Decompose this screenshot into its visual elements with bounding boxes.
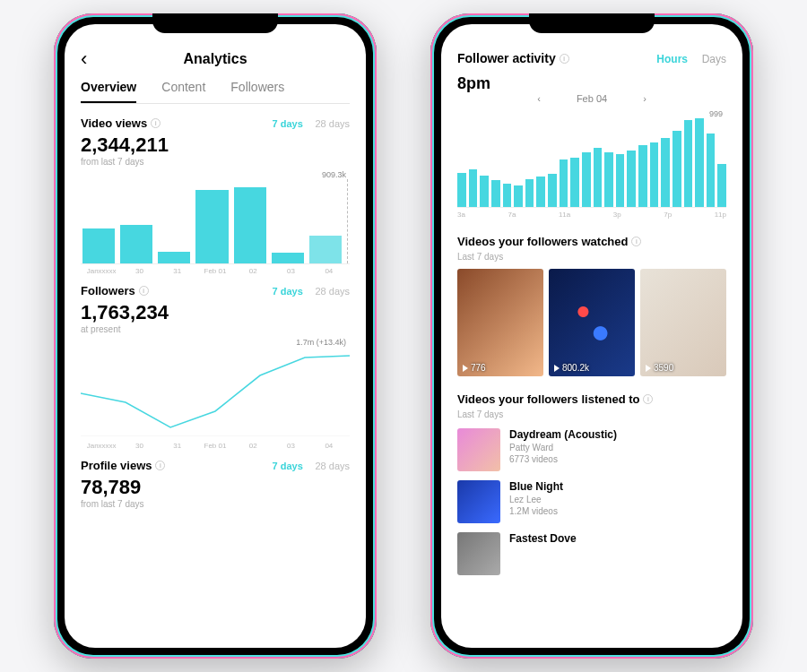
info-icon[interactable]: i (643, 394, 653, 404)
play-icon (646, 365, 651, 372)
song-count: 1.2M videos (509, 506, 563, 516)
toggle-days[interactable]: Days (702, 53, 726, 65)
next-date-icon[interactable]: › (643, 93, 646, 104)
x-ticks: 3a7a11a3p7p11p (457, 211, 726, 219)
watched-sub: Last 7 days (457, 252, 726, 262)
tab-content[interactable]: Content (161, 80, 205, 103)
profile-views-title: Profile views i (81, 459, 165, 472)
song-title: Blue Night (509, 480, 563, 493)
video-thumbnail[interactable]: 800.2k (549, 269, 635, 376)
tabs: Overview Content Followers (81, 80, 350, 104)
toggle-hours[interactable]: Hours (656, 53, 688, 65)
profile-views-value: 78,789 (81, 476, 350, 499)
play-count: 3590 (646, 363, 673, 373)
bar (536, 177, 545, 207)
range-7days[interactable]: 7 days (273, 286, 303, 297)
bar (514, 185, 523, 207)
line-chart (81, 347, 350, 436)
bar (158, 252, 190, 263)
bar (594, 148, 603, 207)
song-artist: Patty Ward (509, 443, 617, 452)
bar (627, 151, 636, 207)
bar (480, 176, 489, 207)
notch (529, 13, 655, 33)
video-thumbnail[interactable]: 3590 (640, 269, 726, 376)
followers-chart: 1.7m (+13.4k) Janxxxxx3031Feb 01020304 (81, 338, 350, 450)
video-views-value: 2,344,211 (81, 134, 350, 157)
song-row[interactable]: Daydream (Acoustic) Patty Ward 6773 vide… (457, 428, 726, 471)
notch (152, 13, 278, 33)
bar (272, 253, 304, 263)
peak-label: 1.7m (+13.4k) (81, 338, 350, 347)
range-toggle: 7 days 28 days (264, 459, 350, 472)
bar (234, 187, 266, 263)
bar (684, 120, 693, 207)
video-views-chart: 909.3k Janxxxxx3031Feb 01020304 (81, 170, 350, 275)
info-icon[interactable]: i (139, 286, 149, 296)
date-nav: ‹ Feb 04 › (457, 93, 726, 104)
bar (82, 228, 115, 263)
range-7days[interactable]: 7 days (273, 118, 303, 129)
song-thumbnail (457, 480, 500, 523)
bar (309, 236, 342, 263)
song-meta: Blue Night Lez Lee 1.2M videos (509, 480, 563, 523)
range-toggle: 7 days 28 days (264, 116, 350, 130)
bar (582, 152, 591, 207)
screen: ‹ Analytics Overview Content Followers V… (65, 24, 366, 648)
selected-hour: 8pm (457, 74, 726, 93)
song-row[interactable]: Blue Night Lez Lee 1.2M videos (457, 480, 726, 523)
tab-overview[interactable]: Overview (81, 80, 136, 103)
bar (548, 174, 557, 207)
video-views-title: Video views i (81, 116, 161, 130)
video-views-sub: from last 7 days (81, 157, 350, 167)
bar (469, 169, 478, 207)
range-28days[interactable]: 28 days (315, 118, 350, 129)
bar (616, 154, 625, 207)
follower-activity-title: Follower activity i (457, 51, 569, 65)
followers-title: Followers i (81, 284, 149, 297)
header: Follower activity i Hours Days (457, 51, 726, 65)
info-icon[interactable]: i (560, 54, 569, 64)
bar (707, 134, 716, 207)
x-ticks: Janxxxxx3031Feb 01020304 (81, 442, 350, 450)
info-icon[interactable]: i (155, 461, 165, 470)
phone-follower-activity: Follower activity i Hours Days 8pm ‹ Feb… (430, 13, 753, 659)
bar (638, 145, 647, 207)
play-icon (554, 365, 560, 372)
peak-label: 999 (457, 109, 726, 118)
bar (672, 131, 681, 207)
bar (503, 184, 512, 207)
song-thumbnail (457, 428, 500, 471)
listened-sub: Last 7 days (457, 409, 726, 419)
hourly-bar-chart (457, 118, 726, 208)
song-artist: Lez Lee (509, 495, 563, 504)
prev-date-icon[interactable]: ‹ (537, 93, 541, 104)
range-28days[interactable]: 28 days (315, 286, 350, 297)
video-thumbnail[interactable]: 776 (457, 269, 543, 376)
tab-followers[interactable]: Followers (230, 80, 284, 103)
song-meta: Daydream (Acoustic) Patty Ward 6773 vide… (509, 428, 617, 471)
bar (717, 164, 726, 207)
info-icon[interactable]: i (151, 118, 161, 128)
bar (195, 190, 228, 263)
play-count: 776 (463, 363, 486, 373)
play-count: 800.2k (554, 363, 589, 373)
followers-value: 1,763,234 (81, 301, 350, 324)
bar (525, 179, 534, 207)
song-row[interactable]: Fastest Dove (457, 532, 726, 575)
date-label: Feb 04 (577, 93, 607, 104)
info-icon[interactable]: i (631, 237, 641, 246)
screen: Follower activity i Hours Days 8pm ‹ Feb… (441, 24, 742, 648)
song-thumbnail (457, 532, 500, 575)
range-28days[interactable]: 28 days (315, 461, 350, 471)
phone-analytics: ‹ Analytics Overview Content Followers V… (54, 13, 377, 659)
back-icon[interactable]: ‹ (81, 47, 87, 71)
bar (604, 152, 613, 207)
range-toggle: 7 days 28 days (264, 284, 350, 297)
play-icon (463, 365, 468, 372)
bar (457, 173, 466, 207)
range-7days[interactable]: 7 days (273, 461, 303, 471)
bar (695, 118, 704, 207)
song-title: Fastest Dove (509, 532, 577, 545)
header: ‹ Analytics (81, 51, 350, 67)
